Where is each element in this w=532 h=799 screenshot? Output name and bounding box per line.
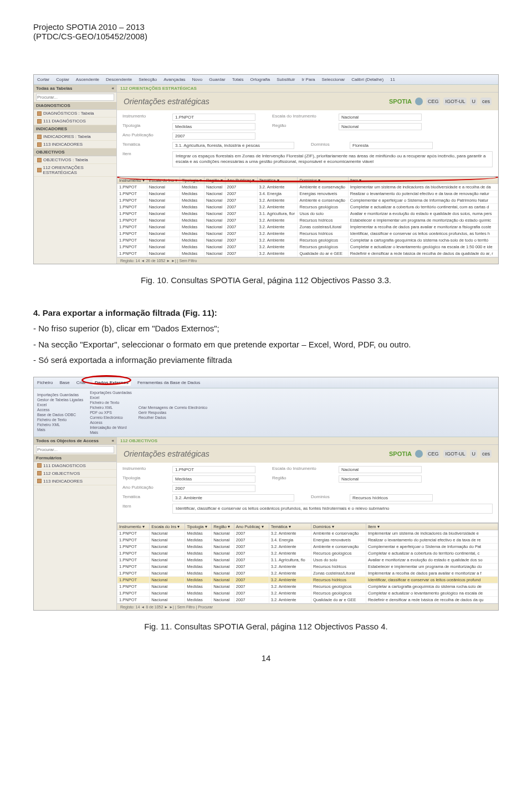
ribbon-cmd[interactable]: Ficheiro XML: [90, 406, 132, 409]
ribbon-cmd[interactable]: Ir Para: [301, 77, 315, 82]
ribbon-cmd[interactable]: Exportações Guardadas: [90, 391, 132, 395]
table-row[interactable]: 1.PNPOTNacionalMedidasNacional20073.2. A…: [117, 577, 498, 583]
ribbon-content[interactable]: Importações GuardadasGestor de Tabelas L…: [34, 388, 498, 437]
sidebar-item[interactable]: 112 ORIENTAÇÕES ESTRATÉGICAS: [34, 164, 116, 177]
grid-header[interactable]: Instrumento ▾: [117, 524, 150, 530]
form-tab[interactable]: 112 ORIENTAÇÕES ESTRATÉGICAS: [117, 85, 498, 93]
table-row[interactable]: 1.PNPOTNacionalMedidasNacional20073.2. A…: [117, 530, 498, 537]
ribbon-tab[interactable]: Ficheiro: [37, 380, 53, 385]
table-row[interactable]: 1.PNPOTNacionalMedidasNacional20073.2. A…: [117, 583, 498, 590]
ribbon-cmd[interactable]: Ficheiro XML: [37, 423, 83, 427]
field-regiao[interactable]: Nacional: [339, 123, 422, 130]
ribbon-cmd[interactable]: Descendente: [106, 77, 132, 82]
table-row[interactable]: 1.PNPOTNacionalMedidasNacional20073.2. A…: [117, 564, 498, 570]
ribbon-cmd[interactable]: Ortografia: [250, 77, 270, 82]
table-row[interactable]: 1.PNPOTNacionalMedidasNacional20073.2. A…: [117, 550, 498, 557]
sidebar-group-header[interactable]: Formulários: [34, 454, 116, 462]
form-tab[interactable]: 112 OBJECTIVOS: [117, 437, 498, 445]
ribbon-cmd[interactable]: Totais: [232, 77, 244, 82]
data-grid[interactable]: Instrumento ▾Escala do Ins ▾Tipologia ▾R…: [117, 523, 498, 603]
field-tematica[interactable]: 3.1. Agricultura, floresta, indústria e …: [172, 142, 294, 149]
sidebar-item[interactable]: OBJECTIVOS : Tabela: [34, 156, 116, 164]
nav-sidebar[interactable]: Todas as Tabelas« DIAGNOSTICOSDIAGNÓSTIC…: [34, 85, 117, 264]
grid-header[interactable]: Domínios ▾: [311, 524, 366, 530]
chevron-down-icon[interactable]: «: [112, 438, 114, 443]
grid-header[interactable]: Escala do Ins ▾: [150, 524, 185, 530]
field-instrumento[interactable]: 1.PNPOT: [172, 114, 255, 121]
field-instrumento[interactable]: 1.PNPOT: [172, 466, 255, 473]
table-row[interactable]: 1.PNPOTNacionalMedidasNacional20073.2. A…: [117, 230, 498, 237]
ribbon-cmd[interactable]: Access: [90, 421, 132, 424]
ribbon-cmd[interactable]: Copiar: [56, 77, 69, 82]
ribbon-cmd[interactable]: Recolher Dados: [139, 416, 208, 419]
ribbon-cmd[interactable]: PDF ou XPS: [90, 411, 132, 414]
table-row[interactable]: 1.PNPOTNacionalMedidasNacional20073.2. A…: [117, 590, 498, 597]
ribbon-cmd[interactable]: Novo: [192, 77, 203, 82]
table-row[interactable]: 1.PNPOTNacionalMedidasNacional20073.1. A…: [117, 210, 498, 217]
ribbon-tab[interactable]: Ferramentas da Base de Dados: [137, 380, 200, 385]
ribbon-cmd[interactable]: Selecção: [139, 77, 157, 82]
search-input[interactable]: [36, 94, 114, 101]
field-dominios[interactable]: Floresta: [350, 142, 433, 149]
sidebar-item[interactable]: INDICADORES : Tabela: [34, 133, 116, 141]
field-dominios[interactable]: Recursos hídricos: [350, 494, 433, 501]
ribbon-tab[interactable]: Base: [59, 380, 69, 385]
sidebar-group-header[interactable]: OBJECTIVOS: [34, 148, 116, 156]
ribbon-cmd[interactable]: Ficheiro de Texto: [37, 418, 83, 422]
grid-header[interactable]: Temática ▾: [269, 524, 311, 530]
status-bar[interactable]: Registo: 14 ◄ 8 de 1052 ► ►| | Sem Filtr…: [117, 603, 498, 610]
field-item[interactable]: Identificar, classificar e conservar os …: [172, 504, 493, 514]
ribbon-cmd[interactable]: Calibri (Detalhe): [351, 77, 383, 82]
data-grid[interactable]: Instrumento ▾Escala do Ins ▾Tipologia ▾R…: [117, 176, 498, 257]
status-bar[interactable]: Registo: 14 ◄ 26 de 1052 ► ►| | Sem Filt…: [117, 257, 498, 264]
ribbon-cmd[interactable]: Intercalação de Word: [90, 426, 132, 429]
sidebar-item[interactable]: 112 OBJECTIVOS: [34, 470, 116, 478]
ribbon-cmd[interactable]: Seleccionar: [322, 77, 345, 82]
ribbon-cmd[interactable]: Ficheiro de Texto: [90, 401, 132, 404]
sidebar-item[interactable]: 111 DIAGNÓSTICOS: [34, 117, 116, 125]
ribbon-cmd[interactable]: Criar Mensagens de Correio Electrónico: [139, 406, 208, 409]
sidebar-item[interactable]: DIAGNÓSTICOS : Tabela: [34, 110, 116, 117]
sidebar-group-header[interactable]: INDICADORES: [34, 125, 116, 133]
ribbon-cmd[interactable]: Ascendente: [76, 77, 99, 82]
ribbon-cmd[interactable]: Gestor de Tabelas Ligadas: [37, 398, 83, 402]
ribbon-cmd[interactable]: Correio Electrónico: [90, 416, 132, 419]
table-row[interactable]: 1.PNPOTNacionalMedidasNacional20073.1. A…: [117, 557, 498, 564]
ribbon-tabs[interactable]: FicheiroBaseCriarDados ExternosFerrament…: [34, 377, 498, 388]
ribbon-cmd[interactable]: Guardar: [209, 77, 225, 82]
table-row[interactable]: 1.PNPOTNacionalMedidasNacional20073.4. E…: [117, 190, 498, 197]
sidebar-item[interactable]: 113 INDICADORES: [34, 478, 116, 485]
table-row[interactable]: 1.PNPOTNacionalMedidasNacional20073.2. A…: [117, 223, 498, 230]
grid-header[interactable]: Região ▾: [212, 524, 234, 530]
sidebar-group-header[interactable]: DIAGNOSTICOS: [34, 102, 116, 110]
table-row[interactable]: 1.PNPOTNacionalMedidasNacional20073.2. A…: [117, 250, 498, 257]
ribbon-cmd[interactable]: Cortar: [37, 77, 49, 82]
field-tipologia[interactable]: Medidas: [172, 475, 255, 483]
ribbon[interactable]: CortarCopiarAscendenteDescendenteSelecçã…: [34, 75, 498, 85]
table-row[interactable]: 1.PNPOTNacionalMedidasNacional20073.2. A…: [117, 183, 498, 190]
grid-header[interactable]: Item ▾: [366, 524, 498, 530]
table-row[interactable]: 1.PNPOTNacionalMedidasNacional20073.2. A…: [117, 203, 498, 210]
sidebar-header[interactable]: Todas as Tabelas«: [34, 85, 116, 93]
table-row[interactable]: 1.PNPOTNacionalMedidasNacional20073.2. A…: [117, 197, 498, 203]
field-tipologia[interactable]: Medidas: [172, 123, 255, 130]
table-row[interactable]: 1.PNPOTNacionalMedidasNacional20073.2. A…: [117, 217, 498, 223]
ribbon-cmd[interactable]: Importações Guardadas: [37, 393, 83, 397]
field-regiao[interactable]: Nacional: [339, 475, 422, 483]
table-row[interactable]: 1.PNPOTNacionalMedidasNacional20073.2. A…: [117, 237, 498, 243]
table-row[interactable]: 1.PNPOTNacionalMedidasNacional20073.2. A…: [117, 570, 498, 577]
ribbon-cmd[interactable]: Mais: [90, 431, 132, 434]
field-escala[interactable]: Nacional: [339, 466, 422, 473]
table-row[interactable]: 1.PNPOTNacionalMedidasNacional20073.2. A…: [117, 544, 498, 550]
ribbon-cmd[interactable]: Gerir Respostas: [139, 411, 208, 414]
ribbon-cmd[interactable]: Excel: [90, 396, 132, 400]
grid-header[interactable]: Ano Publicaç ▾: [234, 524, 269, 530]
ribbon-cmd[interactable]: Access: [37, 408, 83, 412]
chevron-down-icon[interactable]: «: [112, 86, 114, 91]
sidebar-header[interactable]: Todos os Objectos de Access«: [34, 437, 116, 445]
ribbon-cmd[interactable]: Mais: [37, 428, 83, 432]
ribbon-cmd[interactable]: Excel: [37, 403, 83, 407]
field-item[interactable]: Integrar os espaços florestais em Zonas …: [172, 151, 493, 167]
ribbon-cmd[interactable]: 11: [390, 77, 395, 82]
field-tematica[interactable]: 3.2. Ambiente: [172, 494, 294, 501]
